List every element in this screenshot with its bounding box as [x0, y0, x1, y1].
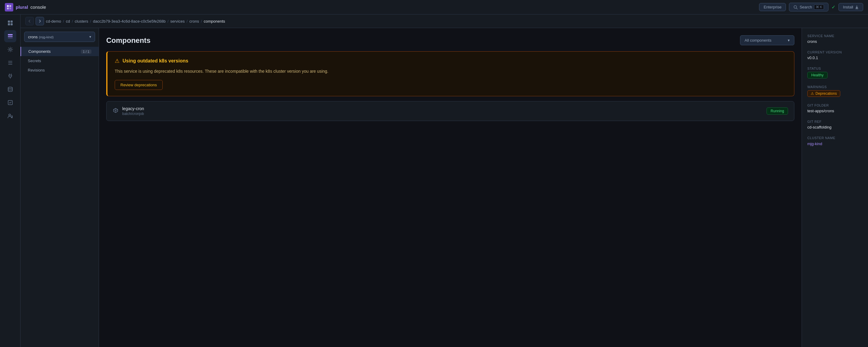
component-status-badge: Running: [767, 107, 788, 115]
nav-item-secrets[interactable]: Secrets: [21, 56, 99, 65]
content-wrapper: cd-demo / cd / clusters / dacc2b79-3ea3-…: [21, 14, 868, 347]
component-name: legacy-cron: [122, 106, 763, 111]
component-info: legacy-cron batch/cronjob: [122, 106, 763, 116]
svg-rect-3: [9, 7, 11, 9]
logo-brand: plural: [16, 4, 28, 10]
svg-rect-8: [8, 23, 10, 25]
breadcrumb-crons[interactable]: crons: [189, 19, 199, 24]
sidebar-icon-list[interactable]: [4, 57, 16, 69]
right-panel: Service name crons Current version v0.0.…: [802, 28, 868, 347]
git-ref-group: Git ref cd-scaffolding: [807, 120, 863, 129]
git-ref-value: cd-scaffolding: [807, 125, 863, 129]
current-version-label: Current version: [807, 51, 863, 54]
logo-product: console: [30, 4, 46, 10]
filter-dropdown[interactable]: All components ▾: [740, 35, 794, 45]
search-shortcut: ⌘ K: [814, 4, 824, 10]
breadcrumb-clusters[interactable]: clusters: [75, 19, 88, 24]
warning-title: Using outdated k8s versions: [123, 58, 188, 64]
back-button[interactable]: [25, 17, 34, 25]
search-icon: [794, 5, 798, 9]
download-icon: [855, 5, 859, 9]
svg-rect-6: [8, 21, 10, 23]
git-folder-group: Git folder test-apps/crons: [807, 103, 863, 113]
service-selector[interactable]: crons (mjg-kind) ▾: [24, 32, 95, 42]
sidebar-icon-plug[interactable]: [4, 70, 16, 82]
sidebar-icon-database[interactable]: [4, 83, 16, 95]
sidebar-icon-checklist[interactable]: [4, 97, 16, 108]
git-ref-label: Git ref: [807, 120, 863, 123]
warning-body: This service is using deprecated k8s res…: [115, 68, 787, 74]
svg-rect-1: [9, 5, 11, 7]
svg-rect-12: [8, 38, 13, 38]
chevron-down-icon: ▾: [89, 35, 91, 39]
left-nav-items: Components 1 / 1 Secrets Revisions: [21, 47, 99, 75]
component-row: legacy-cron batch/cronjob Running: [106, 101, 794, 121]
service-name-label: Service name: [807, 34, 863, 38]
svg-rect-0: [7, 5, 9, 7]
svg-point-18: [8, 87, 12, 89]
current-version-value: v0.0.1: [807, 56, 863, 60]
back-icon: [28, 19, 31, 23]
svg-point-20: [9, 114, 10, 116]
svg-rect-9: [10, 23, 13, 25]
main-layout: cd-demo / cd / clusters / dacc2b79-3ea3-…: [0, 14, 868, 347]
component-icon: [113, 107, 119, 115]
svg-rect-11: [8, 36, 13, 37]
warnings-label: Warnings: [807, 85, 863, 89]
breadcrumb-cluster-id[interactable]: dacc2b79-3ea3-4c6d-8ace-c0c5e5fe268b: [93, 19, 166, 24]
nav-components-label: Components: [28, 49, 51, 54]
svg-line-5: [797, 8, 798, 9]
svg-rect-10: [8, 34, 13, 35]
sidebar: [0, 14, 21, 347]
nav-secrets-label: Secrets: [28, 59, 41, 63]
breadcrumb: cd-demo / cd / clusters / dacc2b79-3ea3-…: [21, 14, 868, 28]
install-label: Install: [843, 5, 853, 9]
review-deprecations-button[interactable]: Review deprecations: [115, 80, 163, 90]
svg-point-13: [9, 49, 11, 51]
sidebar-icon-settings[interactable]: [4, 43, 16, 56]
git-folder-label: Git folder: [807, 103, 863, 107]
warning-banner: ⚠ Using outdated k8s versions This servi…: [106, 51, 794, 96]
component-sub: batch/cronjob: [122, 112, 763, 116]
filter-chevron-icon: ▾: [788, 38, 790, 42]
search-label: Search: [800, 5, 812, 9]
search-button[interactable]: Search ⌘ K: [789, 3, 829, 11]
page-header: Components All components ▾: [106, 35, 794, 45]
breadcrumb-current: components: [204, 19, 225, 24]
warnings-value: Deprecations: [815, 91, 837, 96]
status-badge: Healthy: [807, 72, 828, 78]
warnings-badge: ⚠ Deprecations: [807, 90, 840, 97]
left-nav-panel: crons (mjg-kind) ▾ Components 1 / 1 Secr…: [21, 28, 99, 347]
filter-label: All components: [745, 38, 771, 42]
svg-rect-2: [7, 7, 9, 9]
cluster-name-label: Cluster name: [807, 136, 863, 140]
svg-rect-7: [10, 21, 13, 23]
breadcrumb-cd[interactable]: cd: [66, 19, 70, 24]
header-actions: Enterprise Search ⌘ K ✓ Install: [759, 3, 863, 11]
forward-icon: [38, 19, 42, 23]
logo-icon: [5, 3, 13, 11]
nav-item-components[interactable]: Components 1 / 1: [21, 47, 99, 56]
enterprise-button[interactable]: Enterprise: [759, 3, 786, 11]
sidebar-icon-layers[interactable]: [4, 30, 16, 42]
breadcrumb-services[interactable]: services: [170, 19, 185, 24]
main-content: Components All components ▾ ⚠ Using outd…: [99, 28, 802, 347]
sidebar-icon-grid[interactable]: [4, 17, 16, 29]
breadcrumb-cd-demo[interactable]: cd-demo: [46, 19, 61, 24]
sidebar-icon-users[interactable]: [4, 110, 16, 122]
cluster-name-link[interactable]: mjg-kind: [807, 141, 822, 146]
nav-revisions-label: Revisions: [28, 68, 45, 72]
service-name-group: Service name crons: [807, 34, 863, 44]
content-row: crons (mjg-kind) ▾ Components 1 / 1 Secr…: [21, 28, 868, 347]
git-folder-value: test-apps/crons: [807, 108, 863, 113]
page-title: Components: [106, 36, 151, 45]
forward-button[interactable]: [36, 17, 44, 25]
status-label: Status: [807, 67, 863, 70]
install-button[interactable]: Install: [838, 3, 863, 11]
current-version-group: Current version v0.0.1: [807, 51, 863, 60]
header: plural console Enterprise Search ⌘ K ✓ I…: [0, 0, 868, 14]
status-group: Status Healthy: [807, 67, 863, 78]
nav-item-revisions[interactable]: Revisions: [21, 65, 99, 75]
warnings-group: Warnings ⚠ Deprecations: [807, 85, 863, 97]
cluster-name-group: Cluster name mjg-kind: [807, 136, 863, 146]
